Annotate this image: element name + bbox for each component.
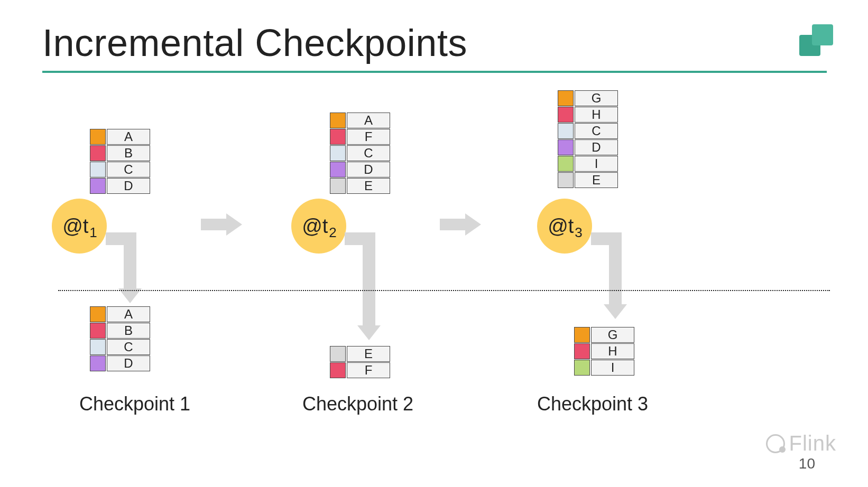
- row-color-swatch: [558, 123, 574, 139]
- table-row: I: [574, 360, 634, 376]
- checkpoint-table-3: GHI: [574, 327, 634, 376]
- arrow-right-1: [201, 213, 242, 235]
- row-label: D: [107, 178, 150, 194]
- row-label: B: [107, 323, 150, 339]
- row-color-swatch: [330, 362, 346, 378]
- row-label: A: [347, 113, 390, 128]
- state-table-t2: AFCDE: [330, 113, 390, 194]
- row-color-swatch: [330, 113, 346, 128]
- row-label: E: [347, 178, 390, 194]
- row-label: B: [107, 145, 150, 161]
- row-color-swatch: [90, 306, 106, 322]
- row-label: I: [575, 156, 618, 172]
- row-label: F: [347, 129, 390, 145]
- page-number: 10: [799, 455, 815, 472]
- row-color-swatch: [330, 346, 346, 362]
- row-color-swatch: [90, 178, 106, 194]
- table-row: B: [90, 145, 150, 161]
- row-label: E: [575, 172, 618, 188]
- slide-title: Incremental Checkpoints: [42, 21, 467, 64]
- row-color-swatch: [330, 178, 346, 194]
- timepoint-t3: @t3: [537, 199, 592, 254]
- row-color-swatch: [558, 90, 574, 106]
- row-label: G: [591, 327, 634, 343]
- table-row: D: [558, 139, 618, 155]
- table-row: A: [90, 306, 150, 322]
- row-color-swatch: [574, 343, 590, 359]
- table-row: H: [558, 107, 618, 123]
- divider-dotted: [58, 290, 830, 291]
- row-color-swatch: [90, 162, 106, 177]
- timepoint-t2: @t2: [291, 199, 346, 254]
- table-row: E: [558, 172, 618, 188]
- state-table-t3: GHCDIE: [558, 90, 618, 188]
- row-color-swatch: [90, 129, 106, 145]
- table-row: F: [330, 362, 390, 378]
- row-color-swatch: [330, 145, 346, 161]
- row-label: D: [107, 355, 150, 371]
- row-label: H: [591, 343, 634, 359]
- row-label: D: [575, 139, 618, 155]
- row-color-swatch: [558, 156, 574, 172]
- table-row: G: [574, 327, 634, 343]
- table-row: A: [330, 113, 390, 128]
- table-row: G: [558, 90, 618, 106]
- title-underline: [42, 71, 827, 73]
- row-color-swatch: [558, 107, 574, 123]
- table-row: C: [330, 145, 390, 161]
- row-label: A: [107, 306, 150, 322]
- row-label: C: [347, 145, 390, 161]
- row-label: H: [575, 107, 618, 123]
- table-row: C: [90, 162, 150, 177]
- watermark-icon: [766, 434, 785, 453]
- checkpoint-caption-2: Checkpoint 2: [302, 393, 413, 415]
- table-row: D: [330, 162, 390, 177]
- table-row: C: [558, 123, 618, 139]
- table-row: F: [330, 129, 390, 145]
- row-label: D: [347, 162, 390, 177]
- table-row: C: [90, 339, 150, 355]
- row-color-swatch: [330, 129, 346, 145]
- checkpoint-caption-3: Checkpoint 3: [537, 393, 648, 415]
- timepoint-t1: @t1: [52, 199, 107, 254]
- row-label: C: [575, 123, 618, 139]
- row-color-swatch: [330, 162, 346, 177]
- arrow-right-2: [440, 213, 481, 235]
- slide: Incremental Checkpoints ABCD AFCDE GHCDI…: [0, 0, 868, 487]
- row-color-swatch: [558, 139, 574, 155]
- watermark: Flink: [766, 432, 836, 455]
- table-row: D: [90, 178, 150, 194]
- row-color-swatch: [90, 145, 106, 161]
- table-row: H: [574, 343, 634, 359]
- row-label: C: [107, 339, 150, 355]
- row-color-swatch: [574, 360, 590, 376]
- row-label: G: [575, 90, 618, 106]
- table-row: E: [330, 346, 390, 362]
- row-label: C: [107, 162, 150, 177]
- table-row: A: [90, 129, 150, 145]
- table-row: E: [330, 178, 390, 194]
- row-label: I: [591, 360, 634, 376]
- row-label: F: [347, 362, 390, 378]
- table-row: D: [90, 355, 150, 371]
- logo-icon: [799, 24, 836, 58]
- row-color-swatch: [90, 339, 106, 355]
- checkpoint-caption-1: Checkpoint 1: [79, 393, 190, 415]
- row-color-swatch: [558, 172, 574, 188]
- checkpoint-table-1: ABCD: [90, 306, 150, 371]
- row-color-swatch: [90, 355, 106, 371]
- row-label: A: [107, 129, 150, 145]
- table-row: I: [558, 156, 618, 172]
- row-label: E: [347, 346, 390, 362]
- table-row: B: [90, 323, 150, 339]
- row-color-swatch: [90, 323, 106, 339]
- state-table-t1: ABCD: [90, 129, 150, 194]
- row-color-swatch: [574, 327, 590, 343]
- checkpoint-table-2: EF: [330, 346, 390, 378]
